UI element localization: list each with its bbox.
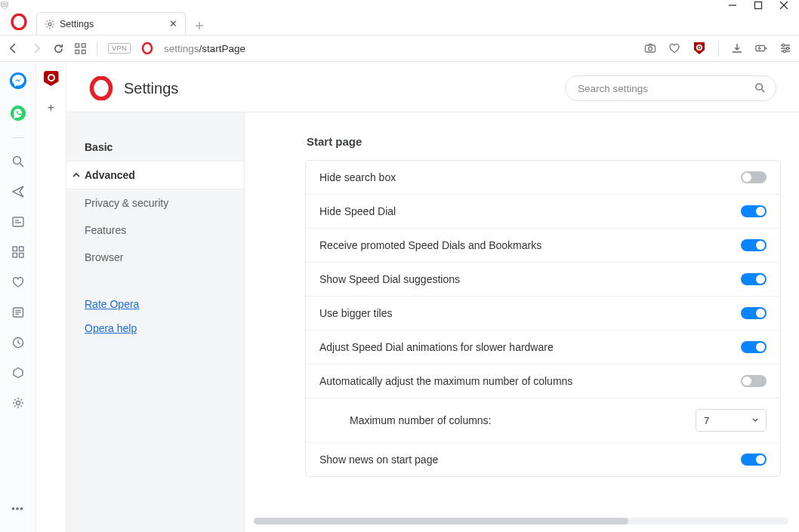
reload-button[interactable]: [53, 43, 64, 54]
personal-news-icon[interactable]: [11, 215, 25, 229]
search-settings-input[interactable]: [565, 75, 776, 101]
sidenav-browser[interactable]: Browser: [66, 244, 244, 271]
svg-rect-35: [13, 254, 17, 258]
search-icon[interactable]: [11, 155, 25, 168]
svg-rect-12: [76, 50, 79, 54]
url-display[interactable]: settings/startPage: [164, 43, 245, 54]
more-icon[interactable]: •••: [11, 503, 24, 514]
sidenav-basic[interactable]: Basic: [66, 134, 244, 161]
opera-logo-icon[interactable]: [11, 14, 27, 30]
toggle-auto-columns[interactable]: [741, 375, 767, 387]
tab-settings[interactable]: Settings ✕: [36, 12, 186, 35]
svg-rect-3: [755, 2, 762, 9]
svg-rect-36: [19, 254, 23, 258]
divider: [97, 41, 97, 56]
maximize-button[interactable]: [754, 1, 763, 10]
minimize-button[interactable]: [728, 1, 737, 10]
heart-icon[interactable]: [668, 42, 680, 54]
svg-rect-10: [76, 43, 79, 47]
whatsapp-icon[interactable]: [11, 106, 26, 121]
toggle-promoted[interactable]: [741, 239, 767, 251]
svg-point-7: [48, 23, 51, 26]
horizontal-scrollbar[interactable]: [254, 518, 788, 524]
svg-rect-33: [13, 247, 17, 251]
page-title: Settings: [124, 80, 178, 97]
row-max-columns: Maximum number of columns: 7: [306, 398, 780, 443]
svg-rect-15: [646, 45, 656, 52]
divider: [12, 137, 24, 138]
row-animations: Adjust Speed Dial animations for slower …: [306, 331, 780, 364]
svg-rect-13: [82, 50, 85, 54]
vpn-badge[interactable]: VPN: [108, 43, 131, 54]
gear-icon: [45, 19, 55, 29]
ublock-icon[interactable]: [693, 42, 706, 55]
sidenav-advanced[interactable]: Advanced: [66, 161, 244, 189]
svg-rect-20: [765, 48, 767, 50]
toggle-animations[interactable]: [741, 341, 767, 353]
tab-title: Settings: [60, 19, 165, 29]
row-bigger-tiles: Use bigger tiles: [306, 297, 780, 331]
forward-button: [30, 42, 42, 54]
svg-rect-34: [19, 247, 23, 251]
max-columns-select[interactable]: 7: [696, 409, 767, 432]
site-info-icon[interactable]: [141, 42, 153, 54]
history-icon[interactable]: [11, 336, 25, 349]
row-show-news: Show news on start page: [306, 443, 780, 476]
sidenav-privacy[interactable]: Privacy & security: [66, 189, 244, 217]
row-hide-speed-dial: Hide Speed Dial: [306, 195, 780, 229]
add-extension-button[interactable]: +: [48, 101, 54, 115]
opera-logo-icon: [89, 76, 113, 100]
toggle-hide-search-box[interactable]: [741, 171, 767, 183]
svg-rect-11: [82, 43, 85, 47]
opera-help-link[interactable]: Opera help: [66, 316, 244, 340]
svg-point-18: [699, 47, 700, 48]
settings-content: Settings Basic Advanced Privacy & securi…: [66, 62, 799, 532]
toggle-bigger-tiles[interactable]: [741, 307, 767, 319]
svg-point-26: [783, 50, 785, 52]
bookmarks-icon[interactable]: [11, 275, 25, 289]
svg-point-42: [16, 401, 20, 405]
battery-icon[interactable]: [755, 42, 767, 54]
window-titlebar: [0, 0, 799, 11]
new-tab-button[interactable]: [190, 17, 208, 35]
toggle-suggestions[interactable]: [741, 273, 767, 285]
svg-point-44: [756, 84, 762, 90]
snapshot-icon[interactable]: [644, 42, 656, 54]
svg-line-45: [762, 90, 765, 93]
svg-point-22: [782, 44, 784, 46]
settings-header: Settings: [66, 62, 799, 112]
svg-point-14: [143, 43, 152, 54]
close-button[interactable]: [779, 1, 788, 10]
rate-opera-link[interactable]: Rate Opera: [66, 292, 244, 316]
svg-rect-0: [2, 2, 8, 4]
downloads-icon[interactable]: [731, 42, 743, 54]
row-promoted: Receive promoted Speed Dials and Bookmar…: [306, 229, 780, 263]
toggle-hide-speed-dial[interactable]: [741, 205, 767, 217]
speed-dial-rail-icon[interactable]: [11, 245, 25, 259]
messenger-icon[interactable]: [10, 72, 26, 89]
opera-menu-icon[interactable]: [0, 1, 9, 10]
extensions-icon[interactable]: [11, 366, 25, 380]
svg-point-24: [786, 47, 788, 49]
back-button[interactable]: [8, 42, 20, 54]
settings-rail-icon[interactable]: [11, 396, 25, 410]
news-rail-icon[interactable]: [11, 306, 25, 319]
svg-point-6: [12, 14, 26, 29]
svg-rect-30: [13, 217, 23, 226]
chevron-up-icon: [72, 171, 80, 179]
settings-page: Start page Hide search box Hide Speed Di…: [245, 112, 799, 532]
tab-strip: Settings ✕: [0, 11, 799, 35]
close-icon[interactable]: ✕: [169, 18, 177, 29]
send-icon[interactable]: [11, 185, 25, 198]
toggle-show-news[interactable]: [741, 454, 767, 466]
svg-line-29: [20, 164, 23, 168]
scrollbar-thumb[interactable]: [254, 518, 628, 524]
svg-point-16: [649, 47, 652, 51]
section-title: Start page: [307, 135, 781, 148]
easy-setup-icon[interactable]: [779, 42, 791, 54]
ublock-sidebar-icon[interactable]: [44, 71, 59, 86]
chevron-down-icon: [752, 417, 758, 423]
row-suggestions: Show Speed Dial suggestions: [306, 263, 780, 297]
speed-dial-icon[interactable]: [75, 43, 86, 54]
sidenav-features[interactable]: Features: [66, 217, 244, 244]
